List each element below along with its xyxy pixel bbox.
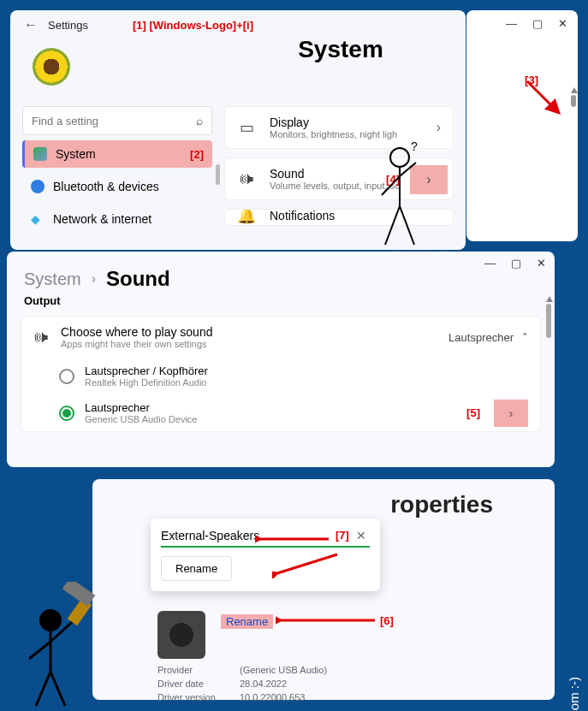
sidebar-label: Network & internet bbox=[53, 212, 151, 226]
annotation-7: [7] bbox=[336, 529, 349, 542]
card-title: Display bbox=[270, 116, 397, 129]
bluetooth-icon bbox=[31, 180, 45, 193]
device-driver: Generic USB Audio Device bbox=[85, 414, 197, 424]
svg-rect-18 bbox=[62, 582, 96, 607]
card-display[interactable]: ▭ Display Monitors, brightness, night li… bbox=[224, 106, 454, 149]
bell-icon: 🔔 bbox=[237, 209, 256, 225]
annotation-5: [5] bbox=[466, 406, 480, 419]
rename-confirm-button[interactable]: Rename bbox=[161, 556, 232, 581]
breadcrumb-sound: Sound bbox=[106, 267, 170, 291]
sidebar-item-bluetooth[interactable]: Bluetooth & devices bbox=[22, 173, 212, 200]
sidebar-item-network[interactable]: ◆ Network & internet bbox=[22, 205, 212, 233]
clear-input-button[interactable]: ✕ bbox=[353, 529, 370, 542]
meta-provider-key: Provider bbox=[157, 664, 224, 678]
sidebar-scrollbar[interactable] bbox=[216, 164, 220, 185]
device-expand-button[interactable]: › bbox=[494, 400, 528, 427]
annotation-2: [2] bbox=[190, 148, 204, 161]
sidebar-label: System bbox=[56, 147, 96, 161]
card-subtitle: Monitors, brightness, night ligh bbox=[270, 129, 397, 139]
minimize-button[interactable]: — bbox=[484, 257, 496, 270]
radio-selected[interactable] bbox=[59, 406, 74, 421]
choose-output-row[interactable]: 🕪 Choose where to play sound Apps might … bbox=[21, 317, 540, 358]
scroll-up-icon bbox=[571, 87, 578, 93]
properties-window: roperties ✕ Rename [7] Rename [6] Provid… bbox=[92, 479, 555, 700]
card-title: Notifications bbox=[270, 209, 335, 222]
scroll-up-icon bbox=[546, 296, 553, 302]
annotation-6: [6] bbox=[380, 614, 394, 627]
svg-rect-17 bbox=[68, 598, 92, 626]
radio-unselected[interactable] bbox=[59, 369, 74, 384]
meta-date-key: Driver date bbox=[157, 678, 224, 691]
back-button[interactable]: ← bbox=[24, 17, 38, 33]
minimize-button[interactable]: — bbox=[506, 17, 517, 30]
properties-title: roperties bbox=[111, 491, 536, 518]
meta-version-val: 10.0.22000.653 bbox=[240, 691, 305, 705]
svg-line-15 bbox=[36, 672, 50, 706]
speaker-icon: 🕪 bbox=[33, 329, 49, 347]
card-notifications[interactable]: 🔔 Notifications bbox=[224, 209, 454, 226]
card-title: Sound bbox=[270, 167, 400, 181]
watermark-side: www.SoftwareOK.com :-) bbox=[567, 677, 581, 711]
settings-label: Settings bbox=[48, 19, 88, 32]
annotation-1: [1] [Windows-Logo]+[i] bbox=[133, 19, 253, 32]
device-driver: Realtek High Definition Audio bbox=[85, 377, 208, 388]
card-subtitle: Volume levels, output, input, so bbox=[270, 181, 400, 191]
meta-version-key: Driver version bbox=[157, 691, 224, 705]
system-icon bbox=[33, 147, 47, 161]
annotation-4: [4] bbox=[386, 173, 400, 186]
annotation-arrow-6 bbox=[276, 613, 378, 631]
device-row-realtek[interactable]: Lautsprecher / Kopfhörer Realtek High De… bbox=[21, 358, 540, 394]
meta-provider-val: (Generic USB Audio) bbox=[240, 664, 327, 678]
page-title-system: System bbox=[216, 36, 466, 63]
meta-date-val: 28.04.2022 bbox=[240, 678, 287, 691]
svg-point-11 bbox=[39, 609, 62, 631]
search-icon: ⌕ bbox=[196, 114, 203, 127]
scrollbar[interactable] bbox=[571, 87, 576, 139]
monitor-icon: ▭ bbox=[237, 118, 256, 137]
device-image bbox=[157, 611, 205, 659]
chevron-right-icon: › bbox=[92, 271, 96, 287]
device-name: Lautsprecher / Kopfhörer bbox=[85, 364, 208, 377]
rename-input[interactable] bbox=[161, 529, 353, 542]
breadcrumb-system[interactable]: System bbox=[24, 270, 81, 289]
row-subtitle: Apps might have their own settings bbox=[61, 339, 212, 349]
search-input[interactable] bbox=[32, 115, 196, 127]
sidebar-label: Bluetooth & devices bbox=[53, 180, 159, 193]
row-title: Choose where to play sound bbox=[61, 325, 212, 339]
svg-line-0 bbox=[527, 81, 559, 113]
settings-window: ← Settings [1] [Windows-Logo]+[i] System… bbox=[10, 10, 466, 250]
svg-line-13 bbox=[29, 642, 50, 659]
rename-link[interactable]: Rename bbox=[221, 614, 273, 629]
output-section-label: Output bbox=[7, 293, 555, 309]
annotation-arrow-3 bbox=[523, 77, 566, 120]
sound-settings-window: — ▢ ✕ System › Sound Output 🕪 Choose whe… bbox=[7, 252, 555, 467]
speaker-icon: 🕪 bbox=[237, 170, 256, 188]
chevron-up-icon: ˄ bbox=[522, 331, 528, 344]
scrollbar[interactable] bbox=[546, 296, 551, 338]
device-name: Lautsprecher bbox=[85, 401, 197, 414]
card-sound[interactable]: 🕪 Sound Volume levels, output, input, so… bbox=[224, 157, 454, 200]
output-device-card: 🕪 Choose where to play sound Apps might … bbox=[21, 316, 541, 432]
current-device-label: Lautsprecher bbox=[448, 331, 514, 344]
maximize-button[interactable]: ▢ bbox=[532, 17, 543, 30]
close-button[interactable]: ✕ bbox=[537, 257, 546, 270]
user-avatar[interactable] bbox=[33, 48, 70, 86]
search-input-container[interactable]: ⌕ bbox=[22, 106, 212, 135]
close-button[interactable]: ✕ bbox=[558, 17, 567, 30]
device-row-usb[interactable]: Lautsprecher Generic USB Audio Device [5… bbox=[21, 394, 540, 431]
scroll-thumb[interactable] bbox=[571, 95, 576, 107]
svg-line-16 bbox=[50, 672, 65, 706]
device-metadata: Provider(Generic USB Audio) Driver date2… bbox=[157, 664, 327, 705]
sidebar-item-system[interactable]: System [2] bbox=[22, 140, 212, 168]
maximize-button[interactable]: ▢ bbox=[511, 257, 521, 270]
sound-expand-button[interactable]: › bbox=[410, 165, 448, 194]
secondary-window: — ▢ ✕ [3] bbox=[466, 10, 578, 241]
wifi-icon: ◆ bbox=[31, 212, 45, 226]
scroll-thumb[interactable] bbox=[546, 304, 551, 338]
svg-line-14 bbox=[50, 616, 79, 642]
chevron-right-icon: › bbox=[437, 120, 441, 135]
breadcrumb: System › Sound bbox=[7, 252, 555, 293]
